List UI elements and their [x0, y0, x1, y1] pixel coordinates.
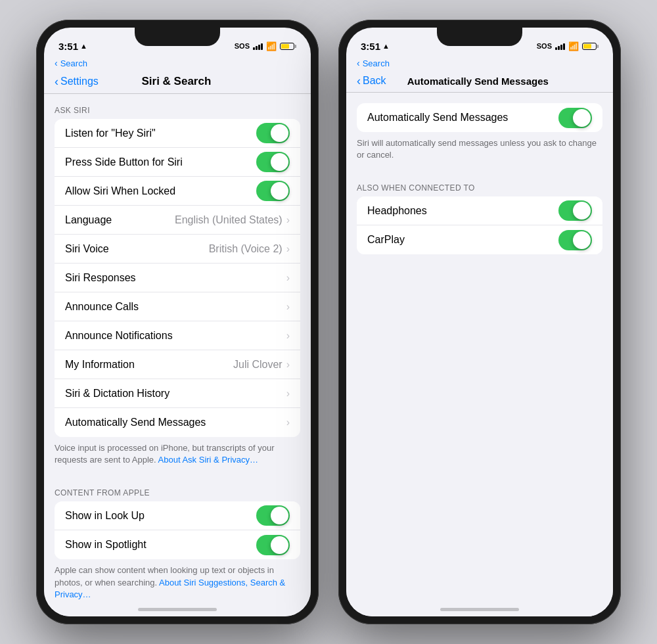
row-show-in-spotlight[interactable]: Show in Spotlight: [55, 530, 300, 559]
phones-container: 3:51 ▲ SOS 📶: [36, 20, 621, 624]
search-back-right: ‹ Search: [346, 57, 613, 70]
notch: [135, 28, 220, 46]
row-carplay[interactable]: CarPlay: [357, 225, 602, 254]
content-from-apple-card: Show in Look Up Show in Spotlight: [55, 501, 300, 559]
location-icon-left: ▲: [80, 42, 87, 50]
toggle-listen-hey-siri[interactable]: [256, 123, 290, 143]
ask-siri-privacy-link[interactable]: About Ask Siri & Privacy…: [158, 455, 258, 465]
row-auto-send-messages-toggle[interactable]: Automatically Send Messages: [357, 103, 602, 132]
auto-send-description: Siri will automatically send messages un…: [346, 132, 613, 172]
chevron-announce-calls: ›: [286, 301, 290, 313]
toggle-carplay[interactable]: [558, 230, 592, 250]
back-button-left[interactable]: ‹ Settings: [55, 76, 99, 87]
sos-left: SOS: [235, 42, 250, 50]
wifi-icon-right: 📶: [568, 41, 579, 51]
row-siri-voice[interactable]: Siri Voice British (Voice 2) ›: [55, 235, 300, 264]
left-screen-content[interactable]: ASK SIRI Listen for "Hey Siri" Press Sid…: [44, 94, 311, 616]
left-phone: 3:51 ▲ SOS 📶: [36, 20, 319, 624]
row-auto-send-messages[interactable]: Automatically Send Messages ›: [55, 408, 300, 437]
search-back-chevron-right: ‹: [357, 58, 360, 68]
nav-title-right: Automatically Send Messages: [386, 76, 570, 87]
status-time-left: 3:51 ▲: [58, 41, 87, 52]
status-right-left: SOS 📶: [235, 41, 296, 51]
row-listen-hey-siri[interactable]: Listen for "Hey Siri": [55, 119, 300, 148]
location-icon-right: ▲: [382, 42, 390, 50]
row-announce-calls[interactable]: Announce Calls ›: [55, 292, 300, 321]
signal-right: [555, 43, 565, 50]
toggle-allow-siri-locked[interactable]: [256, 181, 290, 201]
row-siri-responses[interactable]: Siri Responses ›: [55, 264, 300, 292]
search-back-chevron-left: ‹: [55, 58, 58, 68]
back-chevron-right: ‹: [357, 75, 361, 87]
wifi-icon-left: 📶: [266, 41, 277, 51]
toggle-press-side-button[interactable]: [256, 152, 290, 172]
siri-suggestions-privacy-link[interactable]: About Siri Suggestions, Search & Privacy…: [55, 578, 285, 599]
toggle-show-in-look-up[interactable]: [256, 505, 290, 526]
auto-send-section: Automatically Send Messages Siri will au…: [346, 93, 613, 172]
chevron-siri-dictation-history: ›: [286, 388, 290, 400]
also-when-connected-section: ALSO WHEN CONNECTED TO Headphones CarPla…: [346, 172, 613, 254]
right-phone-screen: 3:51 ▲ SOS 📶: [346, 28, 613, 616]
nav-bar-right: ‹ Back Automatically Send Messages: [346, 70, 613, 93]
toggle-show-in-spotlight[interactable]: [256, 535, 290, 555]
signal-left: [253, 43, 263, 50]
battery-right: [582, 43, 599, 50]
ask-siri-footer: Voice input is processed on iPhone, but …: [44, 437, 311, 476]
chevron-siri-voice: ›: [286, 243, 290, 255]
status-right-right: SOS 📶: [537, 41, 599, 51]
toggle-auto-send-messages[interactable]: [558, 108, 592, 128]
chevron-announce-notifications: ›: [286, 330, 290, 342]
search-back-left: ‹ Search: [44, 57, 311, 70]
battery-left: [280, 43, 296, 50]
auto-send-card: Automatically Send Messages: [357, 103, 602, 132]
row-announce-notifications[interactable]: Announce Notifications ›: [55, 321, 300, 350]
chevron-my-information: ›: [286, 359, 290, 371]
left-phone-screen: 3:51 ▲ SOS 📶: [44, 28, 311, 616]
content-from-apple-header: CONTENT FROM APPLE: [44, 476, 311, 501]
content-from-apple-footer: Apple can show content when looking up t…: [44, 559, 311, 611]
chevron-language: ›: [286, 214, 290, 226]
ask-siri-header: ASK SIRI: [44, 94, 311, 119]
content-from-apple-section: CONTENT FROM APPLE Show in Look Up Show …: [44, 476, 311, 611]
row-show-in-look-up[interactable]: Show in Look Up: [55, 501, 300, 530]
row-my-information[interactable]: My Information Juli Clover ›: [55, 350, 300, 379]
toggle-headphones[interactable]: [558, 200, 592, 221]
home-indicator-left: [138, 608, 217, 611]
status-time-right: 3:51 ▲: [361, 41, 390, 52]
sos-right: SOS: [537, 42, 552, 50]
back-chevron-left: ‹: [55, 76, 58, 87]
ask-siri-section: ASK SIRI Listen for "Hey Siri" Press Sid…: [44, 94, 311, 476]
row-language[interactable]: Language English (United States) ›: [55, 206, 300, 235]
suggestions-from-apple-header: SUGGESTIONS FROM APPLE: [44, 611, 311, 616]
ask-siri-card: Listen for "Hey Siri" Press Side Button …: [55, 119, 300, 437]
also-when-connected-card: Headphones CarPlay: [357, 196, 602, 254]
right-screen-content[interactable]: Automatically Send Messages Siri will au…: [346, 93, 613, 616]
nav-bar-left: ‹ Settings Siri & Search: [44, 70, 311, 94]
home-indicator-right: [440, 608, 519, 611]
row-siri-dictation-history[interactable]: Siri & Dictation History ›: [55, 379, 300, 408]
back-button-right[interactable]: ‹ Back: [357, 75, 386, 87]
chevron-auto-send-messages: ›: [286, 417, 290, 428]
row-allow-siri-locked[interactable]: Allow Siri When Locked: [55, 177, 300, 206]
row-headphones[interactable]: Headphones: [357, 196, 602, 225]
notch-right: [437, 28, 522, 46]
suggestions-from-apple-section: SUGGESTIONS FROM APPLE: [44, 611, 311, 616]
chevron-siri-responses: ›: [286, 272, 290, 284]
also-when-connected-header: ALSO WHEN CONNECTED TO: [346, 172, 613, 196]
row-press-side-button[interactable]: Press Side Button for Siri: [55, 148, 300, 177]
right-phone: 3:51 ▲ SOS 📶: [338, 20, 621, 624]
nav-title-left: Siri & Search: [99, 75, 254, 88]
